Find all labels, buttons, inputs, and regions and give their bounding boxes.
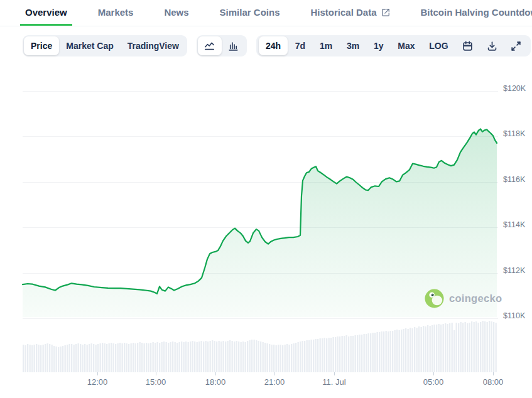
bitcoin-chart-panel: Overview Markets News Similar Coins Hist… xyxy=(0,0,532,398)
price-chart-area: $120K $118K $116K $114K $112K $110K 12:0… xyxy=(0,0,532,398)
price-chart-canvas[interactable] xyxy=(0,0,532,398)
volume-bars xyxy=(23,321,497,372)
price-area-fill xyxy=(23,129,497,318)
x-axis-ticks xyxy=(98,372,494,375)
